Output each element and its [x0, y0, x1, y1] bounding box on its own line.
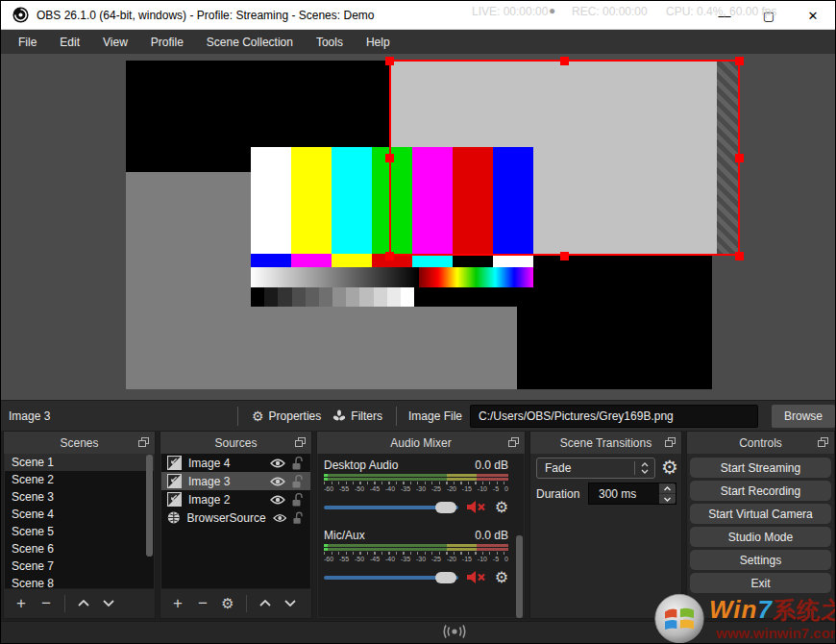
- volume-meter: [324, 474, 508, 477]
- gear-icon: ⚙: [252, 409, 264, 424]
- volume-slider-thumb[interactable]: [435, 502, 456, 513]
- cpu-fps-stats: CPU: 0.4%, 60.00 fps: [666, 5, 776, 18]
- duration-spinbox[interactable]: 300 ms: [588, 483, 676, 505]
- browse-button[interactable]: Browse: [772, 405, 835, 428]
- remove-source-button[interactable]: −: [192, 593, 213, 614]
- menu-file[interactable]: File: [7, 32, 48, 53]
- window-title: OBS 26.1.0 (64-bit, windows) - Profile: …: [37, 9, 374, 22]
- selection-handle-midleft[interactable]: [385, 154, 394, 162]
- lock-open-icon[interactable]: [292, 475, 303, 488]
- duration-down-button[interactable]: [659, 494, 676, 504]
- mixer-scrollbar-thumb[interactable]: [516, 535, 523, 618]
- exit-button[interactable]: Exit: [690, 573, 831, 593]
- menu-help[interactable]: Help: [355, 32, 402, 53]
- channel-settings-gear[interactable]: ⚙: [495, 568, 508, 586]
- transition-select[interactable]: Fade: [536, 458, 655, 479]
- selection-handle-bottommid[interactable]: [560, 252, 569, 260]
- selection-handle-topright[interactable]: [735, 57, 744, 65]
- source-up-button[interactable]: [255, 593, 276, 614]
- settings-button[interactable]: Settings: [690, 550, 831, 570]
- dock-popout-icon[interactable]: [818, 437, 828, 447]
- lock-open-icon[interactable]: [292, 457, 303, 470]
- volume-slider[interactable]: [324, 502, 458, 513]
- volume-slider[interactable]: [324, 572, 458, 583]
- scene-row[interactable]: Scene 4: [5, 506, 154, 523]
- dock-popout-icon[interactable]: [295, 437, 306, 447]
- source-label: Image 3: [188, 475, 263, 488]
- source-down-button[interactable]: [280, 593, 301, 614]
- source-properties-gear-button[interactable]: ⚙: [217, 593, 238, 614]
- db-scale-label: -35: [401, 556, 410, 562]
- menu-profile[interactable]: Profile: [139, 32, 195, 53]
- add-scene-button[interactable]: +: [11, 593, 32, 614]
- visibility-eye-icon[interactable]: [270, 477, 285, 486]
- scene-row[interactable]: Scene 8: [5, 575, 154, 588]
- duration-up-button[interactable]: [659, 483, 676, 494]
- visibility-eye-icon[interactable]: [270, 495, 285, 505]
- scene-row[interactable]: Scene 3: [5, 488, 154, 506]
- controls-header[interactable]: Controls: [687, 432, 834, 454]
- scene-image-black-bottomright: [517, 254, 712, 389]
- selection-handle-midright[interactable]: [735, 154, 744, 162]
- audio-mixer-header[interactable]: Audio Mixer: [317, 432, 525, 454]
- transitions-header[interactable]: Scene Transitions: [530, 432, 681, 454]
- scenes-panel-header[interactable]: Scenes: [4, 432, 155, 454]
- dock-popout-icon[interactable]: [138, 437, 149, 447]
- image-file-input[interactable]: C:/Users/OBS/Pictures/Grey169B.png: [470, 405, 758, 428]
- selection-border[interactable]: [389, 60, 740, 256]
- source-row[interactable]: Image 4: [161, 454, 310, 472]
- volume-slider-thumb[interactable]: [435, 572, 456, 583]
- smpte-steps: [251, 287, 533, 307]
- channel-settings-gear[interactable]: ⚙: [495, 498, 508, 516]
- duration-label: Duration: [536, 487, 579, 501]
- scene-up-button[interactable]: [73, 593, 94, 614]
- source-row[interactable]: Image 2: [161, 490, 310, 508]
- rec-timer: REC: 00:00:00: [572, 5, 648, 18]
- lock-open-icon[interactable]: [292, 493, 303, 507]
- audio-mixer-title: Audio Mixer: [390, 436, 451, 450]
- source-row-selected[interactable]: Image 3: [161, 472, 310, 490]
- visibility-eye-icon[interactable]: [270, 458, 285, 468]
- menu-scene-collection[interactable]: Scene Collection: [195, 32, 305, 53]
- db-scale-label: 0: [504, 485, 508, 492]
- selection-handle-bottomleft[interactable]: [385, 252, 394, 260]
- scene-row[interactable]: Scene 6: [5, 540, 154, 557]
- mute-button[interactable]: [466, 570, 487, 584]
- scenes-scrollbar-thumb[interactable]: [146, 455, 153, 557]
- mute-button[interactable]: [466, 500, 487, 514]
- menu-view[interactable]: View: [91, 32, 139, 53]
- source-row[interactable]: BrowserSource: [161, 508, 310, 527]
- filters-button[interactable]: Filters: [327, 409, 388, 423]
- lock-open-icon[interactable]: [293, 511, 303, 525]
- chevron-up-icon: [663, 486, 672, 491]
- sources-panel-header[interactable]: Sources: [160, 432, 311, 454]
- selection-handle-topmid[interactable]: [560, 57, 569, 65]
- selection-handle-topleft[interactable]: [385, 57, 394, 65]
- transition-settings-gear[interactable]: ⚙: [661, 456, 678, 479]
- selection-handle-bottomright[interactable]: [735, 252, 744, 260]
- source-label: Image 2: [188, 493, 263, 507]
- scene-down-button[interactable]: [98, 593, 119, 614]
- dock-popout-icon[interactable]: [508, 437, 519, 447]
- studio-mode-button[interactable]: Studio Mode: [690, 527, 831, 547]
- db-scale-label: 0: [504, 556, 508, 562]
- chevron-up-icon: [78, 600, 89, 607]
- db-scale-label: -10: [478, 485, 487, 492]
- menu-edit[interactable]: Edit: [48, 32, 91, 53]
- add-source-button[interactable]: +: [167, 593, 188, 614]
- visibility-eye-icon[interactable]: [273, 513, 286, 523]
- start-streaming-button[interactable]: Start Streaming: [690, 458, 831, 478]
- scene-row[interactable]: Scene 2: [5, 471, 154, 488]
- menu-tools[interactable]: Tools: [305, 32, 355, 53]
- db-scale-label: -5: [493, 556, 499, 562]
- dock-popout-icon[interactable]: [665, 437, 676, 447]
- start-virtual-camera-button[interactable]: Start Virtual Camera: [690, 504, 831, 524]
- start-recording-button[interactable]: Start Recording: [690, 481, 831, 501]
- properties-button[interactable]: ⚙ Properties: [246, 409, 327, 424]
- scene-row[interactable]: Scene 7: [5, 557, 154, 575]
- scene-row[interactable]: Scene 1: [5, 454, 154, 471]
- close-button[interactable]: ✕: [791, 1, 835, 30]
- scene-row[interactable]: Scene 5: [5, 523, 154, 540]
- db-scale-label: -20: [447, 485, 456, 492]
- remove-scene-button[interactable]: −: [36, 593, 57, 614]
